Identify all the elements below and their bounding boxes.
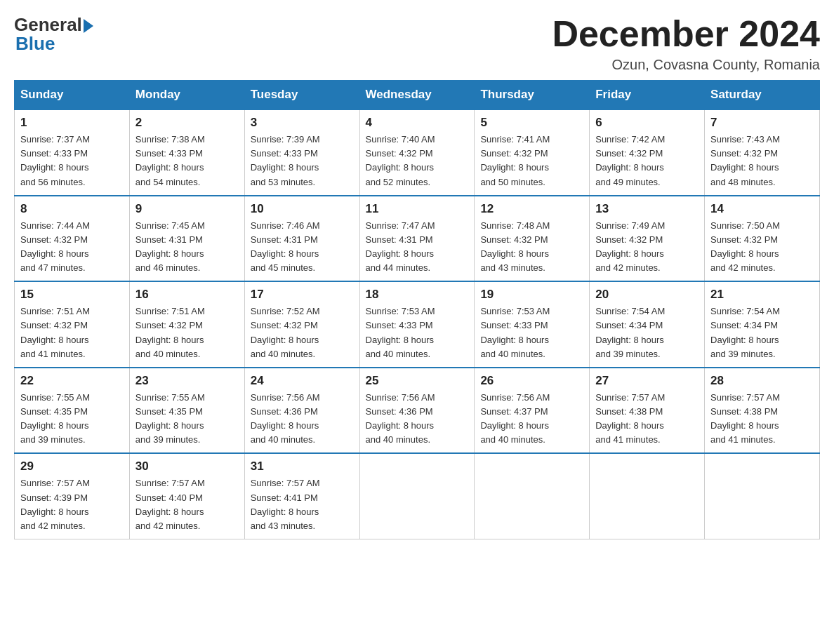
day-info: Sunrise: 7:56 AM Sunset: 4:37 PM Dayligh… [480, 391, 583, 448]
calendar-week-row: 8 Sunrise: 7:44 AM Sunset: 4:32 PM Dayli… [15, 196, 820, 282]
day-info: Sunrise: 7:56 AM Sunset: 4:36 PM Dayligh… [251, 391, 354, 448]
calendar-cell: 14 Sunrise: 7:50 AM Sunset: 4:32 PM Dayl… [705, 196, 820, 282]
calendar-week-row: 1 Sunrise: 7:37 AM Sunset: 4:33 PM Dayli… [15, 109, 820, 196]
calendar-day-header: Saturday [705, 81, 820, 110]
calendar-cell: 5 Sunrise: 7:41 AM Sunset: 4:32 PM Dayli… [475, 109, 590, 196]
day-number: 25 [366, 374, 469, 388]
day-info: Sunrise: 7:41 AM Sunset: 4:32 PM Dayligh… [480, 133, 583, 189]
day-number: 1 [20, 116, 124, 130]
day-info: Sunrise: 7:51 AM Sunset: 4:32 PM Dayligh… [20, 304, 124, 361]
day-number: 5 [480, 116, 583, 130]
day-number: 21 [710, 288, 814, 302]
day-number: 17 [251, 288, 354, 302]
day-number: 23 [135, 374, 239, 388]
calendar-day-header: Sunday [15, 81, 130, 110]
calendar-cell: 13 Sunrise: 7:49 AM Sunset: 4:32 PM Dayl… [590, 196, 705, 282]
day-info: Sunrise: 7:49 AM Sunset: 4:32 PM Dayligh… [595, 219, 699, 276]
calendar-cell: 19 Sunrise: 7:53 AM Sunset: 4:33 PM Dayl… [475, 281, 590, 368]
day-number: 3 [251, 116, 354, 130]
day-info: Sunrise: 7:51 AM Sunset: 4:32 PM Dayligh… [135, 304, 239, 361]
day-number: 20 [595, 288, 699, 302]
calendar-cell: 24 Sunrise: 7:56 AM Sunset: 4:36 PM Dayl… [244, 368, 359, 454]
day-info: Sunrise: 7:38 AM Sunset: 4:33 PM Dayligh… [135, 133, 239, 189]
calendar-cell: 8 Sunrise: 7:44 AM Sunset: 4:32 PM Dayli… [15, 196, 130, 282]
day-info: Sunrise: 7:37 AM Sunset: 4:33 PM Dayligh… [20, 133, 124, 189]
calendar-header-row: SundayMondayTuesdayWednesdayThursdayFrid… [15, 81, 820, 110]
day-number: 22 [20, 374, 124, 388]
day-number: 11 [366, 202, 469, 216]
day-info: Sunrise: 7:45 AM Sunset: 4:31 PM Dayligh… [135, 219, 239, 276]
calendar-table: SundayMondayTuesdayWednesdayThursdayFrid… [14, 80, 820, 539]
calendar-cell: 21 Sunrise: 7:54 AM Sunset: 4:34 PM Dayl… [705, 281, 820, 368]
calendar-cell: 30 Sunrise: 7:57 AM Sunset: 4:40 PM Dayl… [129, 453, 244, 539]
day-info: Sunrise: 7:57 AM Sunset: 4:40 PM Dayligh… [135, 476, 239, 533]
day-number: 27 [595, 374, 699, 388]
day-info: Sunrise: 7:55 AM Sunset: 4:35 PM Dayligh… [135, 391, 239, 448]
calendar-cell: 12 Sunrise: 7:48 AM Sunset: 4:32 PM Dayl… [475, 196, 590, 282]
day-info: Sunrise: 7:39 AM Sunset: 4:33 PM Dayligh… [251, 133, 354, 189]
day-info: Sunrise: 7:56 AM Sunset: 4:36 PM Dayligh… [366, 391, 469, 448]
day-info: Sunrise: 7:48 AM Sunset: 4:32 PM Dayligh… [480, 219, 583, 276]
calendar-week-row: 15 Sunrise: 7:51 AM Sunset: 4:32 PM Dayl… [15, 281, 820, 368]
day-info: Sunrise: 7:57 AM Sunset: 4:39 PM Dayligh… [20, 476, 124, 533]
day-info: Sunrise: 7:40 AM Sunset: 4:32 PM Dayligh… [366, 133, 469, 189]
calendar-cell: 6 Sunrise: 7:42 AM Sunset: 4:32 PM Dayli… [590, 109, 705, 196]
title-block: December 2024 Ozun, Covasna County, Roma… [552, 14, 820, 73]
calendar-cell: 27 Sunrise: 7:57 AM Sunset: 4:38 PM Dayl… [590, 368, 705, 454]
calendar-cell: 29 Sunrise: 7:57 AM Sunset: 4:39 PM Dayl… [15, 453, 130, 539]
calendar-cell: 10 Sunrise: 7:46 AM Sunset: 4:31 PM Dayl… [244, 196, 359, 282]
calendar-cell: 23 Sunrise: 7:55 AM Sunset: 4:35 PM Dayl… [129, 368, 244, 454]
calendar-cell: 11 Sunrise: 7:47 AM Sunset: 4:31 PM Dayl… [359, 196, 475, 282]
calendar-cell: 1 Sunrise: 7:37 AM Sunset: 4:33 PM Dayli… [15, 109, 130, 196]
calendar-cell: 9 Sunrise: 7:45 AM Sunset: 4:31 PM Dayli… [129, 196, 244, 282]
day-info: Sunrise: 7:47 AM Sunset: 4:31 PM Dayligh… [366, 219, 469, 276]
day-info: Sunrise: 7:54 AM Sunset: 4:34 PM Dayligh… [710, 304, 814, 361]
calendar-cell: 22 Sunrise: 7:55 AM Sunset: 4:35 PM Dayl… [15, 368, 130, 454]
day-info: Sunrise: 7:54 AM Sunset: 4:34 PM Dayligh… [595, 304, 699, 361]
day-info: Sunrise: 7:53 AM Sunset: 4:33 PM Dayligh… [366, 304, 469, 361]
day-number: 18 [366, 288, 469, 302]
calendar-day-header: Monday [129, 81, 244, 110]
day-info: Sunrise: 7:42 AM Sunset: 4:32 PM Dayligh… [595, 133, 699, 189]
day-number: 8 [20, 202, 124, 216]
day-number: 9 [135, 202, 239, 216]
calendar-cell [590, 453, 705, 539]
day-number: 15 [20, 288, 124, 302]
calendar-cell: 17 Sunrise: 7:52 AM Sunset: 4:32 PM Dayl… [244, 281, 359, 368]
day-info: Sunrise: 7:53 AM Sunset: 4:33 PM Dayligh… [480, 304, 583, 361]
calendar-day-header: Wednesday [359, 81, 475, 110]
calendar-cell [475, 453, 590, 539]
day-number: 2 [135, 116, 239, 130]
calendar-cell: 31 Sunrise: 7:57 AM Sunset: 4:41 PM Dayl… [244, 453, 359, 539]
day-info: Sunrise: 7:43 AM Sunset: 4:32 PM Dayligh… [710, 133, 814, 189]
logo-triangle-icon [84, 19, 93, 33]
day-number: 7 [710, 116, 814, 130]
day-number: 12 [480, 202, 583, 216]
calendar-cell: 20 Sunrise: 7:54 AM Sunset: 4:34 PM Dayl… [590, 281, 705, 368]
calendar-cell: 16 Sunrise: 7:51 AM Sunset: 4:32 PM Dayl… [129, 281, 244, 368]
calendar-cell: 7 Sunrise: 7:43 AM Sunset: 4:32 PM Dayli… [705, 109, 820, 196]
calendar-cell: 26 Sunrise: 7:56 AM Sunset: 4:37 PM Dayl… [475, 368, 590, 454]
day-number: 6 [595, 116, 699, 130]
logo-blue-text: Blue [14, 33, 55, 55]
day-info: Sunrise: 7:46 AM Sunset: 4:31 PM Dayligh… [251, 219, 354, 276]
day-number: 31 [251, 459, 354, 474]
day-info: Sunrise: 7:57 AM Sunset: 4:38 PM Dayligh… [595, 391, 699, 448]
day-number: 28 [710, 374, 814, 388]
day-number: 26 [480, 374, 583, 388]
day-info: Sunrise: 7:44 AM Sunset: 4:32 PM Dayligh… [20, 219, 124, 276]
day-number: 29 [20, 459, 124, 474]
calendar-cell: 18 Sunrise: 7:53 AM Sunset: 4:33 PM Dayl… [359, 281, 475, 368]
calendar-cell: 3 Sunrise: 7:39 AM Sunset: 4:33 PM Dayli… [244, 109, 359, 196]
calendar-day-header: Friday [590, 81, 705, 110]
day-number: 10 [251, 202, 354, 216]
day-info: Sunrise: 7:50 AM Sunset: 4:32 PM Dayligh… [710, 219, 814, 276]
page-header: General Blue December 2024 Ozun, Covasna… [14, 14, 820, 73]
calendar-week-row: 22 Sunrise: 7:55 AM Sunset: 4:35 PM Dayl… [15, 368, 820, 454]
calendar-cell: 15 Sunrise: 7:51 AM Sunset: 4:32 PM Dayl… [15, 281, 130, 368]
day-info: Sunrise: 7:52 AM Sunset: 4:32 PM Dayligh… [251, 304, 354, 361]
calendar-day-header: Tuesday [244, 81, 359, 110]
calendar-cell [705, 453, 820, 539]
calendar-cell: 25 Sunrise: 7:56 AM Sunset: 4:36 PM Dayl… [359, 368, 475, 454]
day-number: 19 [480, 288, 583, 302]
